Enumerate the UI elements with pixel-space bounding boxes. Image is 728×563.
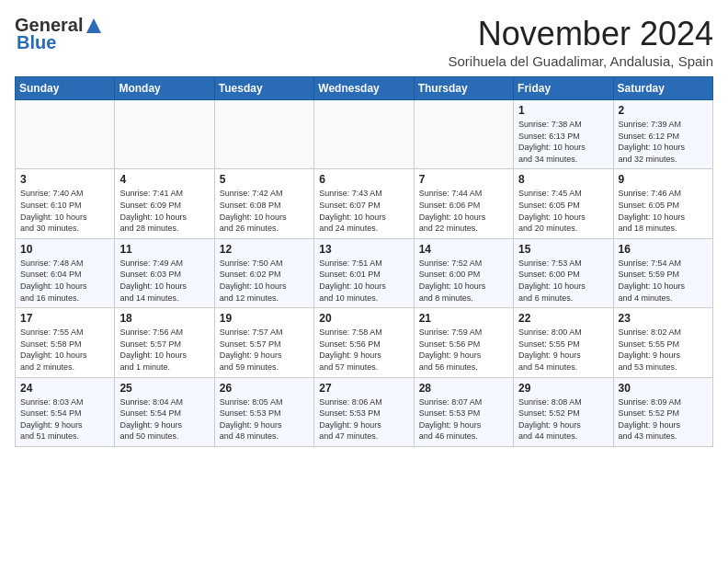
calendar-cell: 4Sunrise: 7:41 AM Sunset: 6:09 PM Daylig…	[115, 169, 214, 238]
day-number: 23	[619, 312, 708, 325]
col-header-monday: Monday	[115, 77, 214, 100]
day-number: 25	[119, 382, 209, 395]
calendar-cell	[414, 100, 513, 169]
calendar-cell: 1Sunrise: 7:38 AM Sunset: 6:13 PM Daylig…	[514, 100, 613, 169]
day-number: 9	[619, 173, 708, 186]
calendar-header-row: SundayMondayTuesdayWednesdayThursdayFrid…	[16, 77, 713, 100]
calendar-cell: 12Sunrise: 7:50 AM Sunset: 6:02 PM Dayli…	[214, 238, 313, 307]
day-number: 14	[419, 243, 508, 256]
day-number: 2	[619, 104, 708, 117]
calendar-cell: 29Sunrise: 8:08 AM Sunset: 5:52 PM Dayli…	[514, 377, 613, 446]
day-number: 4	[119, 173, 209, 186]
day-info: Sunrise: 7:55 AM Sunset: 5:58 PM Dayligh…	[20, 327, 109, 373]
day-info: Sunrise: 7:39 AM Sunset: 6:12 PM Dayligh…	[619, 119, 708, 165]
calendar-cell: 13Sunrise: 7:51 AM Sunset: 6:01 PM Dayli…	[314, 238, 414, 307]
day-info: Sunrise: 7:58 AM Sunset: 5:56 PM Dayligh…	[319, 327, 408, 373]
day-info: Sunrise: 7:44 AM Sunset: 6:06 PM Dayligh…	[419, 188, 508, 234]
day-info: Sunrise: 7:53 AM Sunset: 6:00 PM Dayligh…	[518, 258, 608, 304]
col-header-tuesday: Tuesday	[214, 77, 313, 100]
day-number: 19	[220, 312, 309, 325]
day-info: Sunrise: 8:09 AM Sunset: 5:52 PM Dayligh…	[619, 396, 708, 442]
col-header-thursday: Thursday	[414, 77, 513, 100]
calendar-cell: 16Sunrise: 7:54 AM Sunset: 5:59 PM Dayli…	[613, 238, 712, 307]
day-number: 16	[619, 243, 708, 256]
day-info: Sunrise: 7:49 AM Sunset: 6:03 PM Dayligh…	[119, 258, 209, 304]
day-info: Sunrise: 8:04 AM Sunset: 5:54 PM Dayligh…	[119, 396, 209, 442]
day-info: Sunrise: 7:45 AM Sunset: 6:05 PM Dayligh…	[518, 188, 608, 234]
svg-marker-0	[86, 18, 101, 33]
day-info: Sunrise: 7:43 AM Sunset: 6:07 PM Dayligh…	[319, 188, 408, 234]
calendar-cell: 21Sunrise: 7:59 AM Sunset: 5:56 PM Dayli…	[414, 308, 513, 377]
day-number: 30	[619, 382, 708, 395]
calendar-cell: 8Sunrise: 7:45 AM Sunset: 6:05 PM Daylig…	[514, 169, 613, 238]
day-info: Sunrise: 7:54 AM Sunset: 5:59 PM Dayligh…	[619, 258, 708, 304]
day-info: Sunrise: 7:46 AM Sunset: 6:05 PM Dayligh…	[619, 188, 708, 234]
day-info: Sunrise: 8:00 AM Sunset: 5:55 PM Dayligh…	[518, 327, 608, 373]
calendar-cell: 19Sunrise: 7:57 AM Sunset: 5:57 PM Dayli…	[214, 308, 313, 377]
calendar-cell: 20Sunrise: 7:58 AM Sunset: 5:56 PM Dayli…	[314, 308, 414, 377]
week-row-3: 10Sunrise: 7:48 AM Sunset: 6:04 PM Dayli…	[16, 238, 713, 307]
col-header-friday: Friday	[514, 77, 613, 100]
calendar-cell: 3Sunrise: 7:40 AM Sunset: 6:10 PM Daylig…	[16, 169, 115, 238]
day-number: 5	[220, 173, 309, 186]
calendar-cell: 7Sunrise: 7:44 AM Sunset: 6:06 PM Daylig…	[414, 169, 513, 238]
title-block: November 2024 Sorihuela del Guadalimar, …	[448, 15, 713, 69]
day-info: Sunrise: 8:06 AM Sunset: 5:53 PM Dayligh…	[319, 396, 408, 442]
calendar-cell: 30Sunrise: 8:09 AM Sunset: 5:52 PM Dayli…	[613, 377, 712, 446]
day-info: Sunrise: 7:40 AM Sunset: 6:10 PM Dayligh…	[20, 188, 109, 234]
month-title: November 2024	[448, 15, 713, 53]
day-number: 29	[518, 382, 608, 395]
day-number: 15	[518, 243, 608, 256]
day-info: Sunrise: 7:42 AM Sunset: 6:08 PM Dayligh…	[220, 188, 309, 234]
day-info: Sunrise: 8:07 AM Sunset: 5:53 PM Dayligh…	[419, 396, 508, 442]
logo-blue: Blue	[17, 32, 56, 53]
calendar-cell: 27Sunrise: 8:06 AM Sunset: 5:53 PM Dayli…	[314, 377, 414, 446]
day-number: 22	[518, 312, 608, 325]
day-number: 11	[119, 243, 209, 256]
day-info: Sunrise: 8:03 AM Sunset: 5:54 PM Dayligh…	[20, 396, 109, 442]
col-header-wednesday: Wednesday	[314, 77, 414, 100]
day-number: 13	[319, 243, 408, 256]
day-number: 3	[20, 173, 109, 186]
col-header-saturday: Saturday	[613, 77, 712, 100]
calendar-cell: 25Sunrise: 8:04 AM Sunset: 5:54 PM Dayli…	[115, 377, 214, 446]
calendar-cell: 22Sunrise: 8:00 AM Sunset: 5:55 PM Dayli…	[514, 308, 613, 377]
calendar-cell: 23Sunrise: 8:02 AM Sunset: 5:55 PM Dayli…	[613, 308, 712, 377]
day-info: Sunrise: 8:08 AM Sunset: 5:52 PM Dayligh…	[518, 396, 608, 442]
day-info: Sunrise: 7:52 AM Sunset: 6:00 PM Dayligh…	[419, 258, 508, 304]
day-number: 18	[119, 312, 209, 325]
location-subtitle: Sorihuela del Guadalimar, Andalusia, Spa…	[448, 53, 713, 69]
calendar-cell: 9Sunrise: 7:46 AM Sunset: 6:05 PM Daylig…	[613, 169, 712, 238]
day-number: 17	[20, 312, 109, 325]
day-info: Sunrise: 8:05 AM Sunset: 5:53 PM Dayligh…	[220, 396, 309, 442]
calendar-cell	[115, 100, 214, 169]
week-row-5: 24Sunrise: 8:03 AM Sunset: 5:54 PM Dayli…	[16, 377, 713, 446]
calendar-cell	[314, 100, 414, 169]
day-info: Sunrise: 7:50 AM Sunset: 6:02 PM Dayligh…	[220, 258, 309, 304]
day-info: Sunrise: 7:48 AM Sunset: 6:04 PM Dayligh…	[20, 258, 109, 304]
calendar-cell: 24Sunrise: 8:03 AM Sunset: 5:54 PM Dayli…	[16, 377, 115, 446]
day-number: 10	[20, 243, 109, 256]
calendar-cell	[16, 100, 115, 169]
calendar-cell: 26Sunrise: 8:05 AM Sunset: 5:53 PM Dayli…	[214, 377, 313, 446]
day-number: 27	[319, 382, 408, 395]
calendar-cell	[214, 100, 313, 169]
calendar-cell: 28Sunrise: 8:07 AM Sunset: 5:53 PM Dayli…	[414, 377, 513, 446]
logo-icon	[85, 17, 103, 35]
day-info: Sunrise: 7:51 AM Sunset: 6:01 PM Dayligh…	[319, 258, 408, 304]
day-number: 20	[319, 312, 408, 325]
calendar-cell: 6Sunrise: 7:43 AM Sunset: 6:07 PM Daylig…	[314, 169, 414, 238]
calendar-cell: 17Sunrise: 7:55 AM Sunset: 5:58 PM Dayli…	[16, 308, 115, 377]
week-row-4: 17Sunrise: 7:55 AM Sunset: 5:58 PM Dayli…	[16, 308, 713, 377]
day-number: 6	[319, 173, 408, 186]
day-number: 26	[220, 382, 309, 395]
week-row-2: 3Sunrise: 7:40 AM Sunset: 6:10 PM Daylig…	[16, 169, 713, 238]
day-info: Sunrise: 7:41 AM Sunset: 6:09 PM Dayligh…	[119, 188, 209, 234]
day-info: Sunrise: 8:02 AM Sunset: 5:55 PM Dayligh…	[619, 327, 708, 373]
calendar-table: SundayMondayTuesdayWednesdayThursdayFrid…	[15, 76, 713, 447]
week-row-1: 1Sunrise: 7:38 AM Sunset: 6:13 PM Daylig…	[16, 100, 713, 169]
day-info: Sunrise: 7:59 AM Sunset: 5:56 PM Dayligh…	[419, 327, 508, 373]
day-number: 12	[220, 243, 309, 256]
day-number: 1	[518, 104, 608, 117]
day-number: 24	[20, 382, 109, 395]
